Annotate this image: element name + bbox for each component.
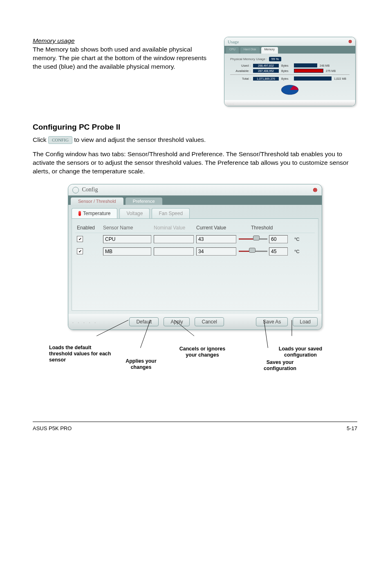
mem-row-mb: 1,022 MB [334,77,346,80]
unit-label: °C [294,237,314,242]
mem-row-value: 287,408,952 [253,69,279,73]
mem-bar-available [294,69,323,73]
tab-preference[interactable]: Preference [126,197,162,205]
tab-label: Fan Speed [159,211,183,216]
mem-row-unit: Bytes [281,77,291,80]
memory-usage-heading: Memory usage [33,37,75,44]
col-current: Current Value [196,225,236,231]
enabled-checkbox[interactable]: ✔ [77,248,83,254]
col-nominal: Nominal Value [154,225,194,231]
config-button-inline[interactable]: CONFIG [48,136,72,144]
mem-bar-used [294,63,317,67]
callout-load: Loads your saved configuration [268,346,333,358]
current-value-field: 43 [196,235,236,243]
enabled-checkbox[interactable]: ✔ [77,236,83,242]
mem-row-value: 1,071,869,376 [253,77,279,81]
callout-cancel: Cancels or ignores your changes [178,346,227,358]
sensor-name-field[interactable]: MB [103,247,151,256]
tab-fanspeed[interactable]: Fan Speed [152,208,190,218]
mem-row-label: Available : [230,69,251,73]
tab-label: Temperature [83,211,110,216]
callout-apply: Applies your changes [117,358,166,370]
col-sensor-name: Sensor Name [103,225,151,231]
mem-bar-total [294,76,332,81]
nominal-field [154,247,194,256]
memory-usage-window: Usage ⊗ CPU Hard Disk Memory Physical Me… [224,37,356,106]
config-window: Config ⊗ Sensor / Threshold Preference T… [68,184,322,330]
mem-tab-hdd[interactable]: Hard Disk [240,47,260,54]
svg-line-4 [174,320,194,336]
text: Click [33,136,48,143]
threshold-value-field[interactable]: 60 [269,235,288,243]
callout-default: Loads the default threshold values for e… [49,345,114,363]
unit-label: °C [294,249,314,254]
mem-header-pct: 55 % [269,57,281,61]
col-threshold: Threshold [239,225,292,231]
mem-row-mb: 275 MB [326,70,336,72]
table-row: ✔ CPU 43 60 °C [75,233,315,245]
threshold-value-field[interactable]: 45 [269,247,288,256]
memory-usage-text: Memory usage The Memory tab shows both u… [33,37,214,106]
mem-row-label: Used : [230,64,251,67]
mem-row-unit: Bytes [281,64,291,67]
svg-line-6 [264,320,268,348]
tab-label: Voltage [126,211,143,216]
gear-icon [72,187,79,193]
current-value-field: 34 [196,247,236,256]
table-row: ✔ MB 34 45 °C [75,245,315,258]
mem-header-label: Physical Memory Usage : [230,57,267,61]
threshold-slider[interactable] [239,249,267,254]
mem-tab-memory[interactable]: Memory [261,47,278,54]
tab-sensor-threshold[interactable]: Sensor / Threshold [71,197,123,205]
config-window-title: Config [82,186,98,193]
sensor-name-field[interactable]: CPU [103,235,151,243]
text: to view and adjust the sensor threshold … [74,136,206,143]
config-para2: The Config window has two tabs: Sensor/T… [33,150,357,176]
mem-row-unit: Bytes [281,70,291,72]
mem-pie-icon [280,82,300,96]
svg-line-2 [96,320,128,336]
svg-line-3 [140,320,150,348]
tab-temperature[interactable]: Temperature [72,208,117,218]
tab-voltage[interactable]: Voltage [119,208,150,218]
mem-tab-cpu[interactable]: CPU [226,47,239,54]
mem-row-mb: 248 MB [320,64,329,67]
footer-left: ASUS P5K PRO [33,425,72,431]
callout-saveas: Saves your configuration [253,359,307,372]
close-icon[interactable]: ⊗ [313,186,318,193]
footer-right: 5-17 [347,425,357,431]
mem-row-value: 288,497,832 [253,64,279,67]
config-para1: Click CONFIG to view and adjust the sens… [33,136,357,144]
mem-window-title: Usage [228,39,239,44]
mem-row-label: Total : [230,77,251,81]
col-enabled: Enabled [77,225,101,231]
thermometer-icon [78,211,81,216]
config-section-title: Configuring PC Probe II [33,123,357,132]
threshold-slider[interactable] [239,237,267,242]
nominal-field [154,235,194,243]
memory-usage-body: The Memory tab shows both used and avail… [33,46,206,70]
close-icon[interactable]: ⊗ [348,39,352,44]
